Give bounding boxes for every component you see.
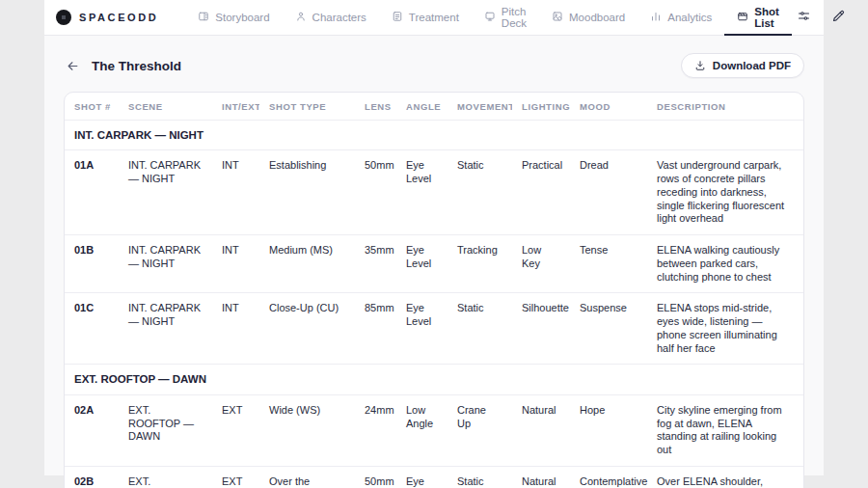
nav-item-label: Characters: [312, 12, 366, 23]
cell-lighting: Practical: [512, 150, 570, 235]
shot-table-body: INT. CARPARK — NIGHT 01A INT. CARPARK — …: [65, 121, 803, 488]
cell-angle: Eye Level: [396, 150, 448, 235]
column-header-mood: Mood: [570, 93, 647, 121]
app-window: SPACEODD Storyboard Characters Treatment…: [44, 0, 824, 475]
cell-scene: INT. CARPARK — NIGHT: [119, 293, 212, 365]
moodboard-icon: [552, 11, 563, 24]
shot-row[interactable]: 01B INT. CARPARK — NIGHT INT Medium (MS)…: [65, 235, 803, 293]
cell-lens: 50mm: [355, 150, 396, 235]
top-nav: Storyboard Characters Treatment Pitch De…: [185, 0, 791, 35]
sliders-icon: [797, 9, 811, 26]
column-header-angle: Angle: [396, 93, 448, 121]
column-header-lighting: Lighting: [512, 93, 570, 121]
column-header-lens: Lens: [355, 93, 396, 121]
cell-shot-type: Close-Up (CU): [259, 293, 355, 365]
nav-item-analytics[interactable]: Analytics: [637, 0, 724, 36]
cell-shot-type: Wide (WS): [259, 394, 355, 466]
edit-button[interactable]: [827, 5, 852, 30]
main-content: The Threshold Download PDF Shot #SceneIn…: [44, 36, 824, 488]
nav-item-pitch-deck[interactable]: Pitch Deck: [472, 0, 539, 36]
cell-lighting: Silhouette: [512, 293, 570, 365]
cell-shot-number: 02A: [65, 394, 119, 466]
pitch-deck-icon: [484, 11, 496, 24]
cell-lens: 24mm: [355, 394, 396, 466]
cell-shot-type: Over the Shoulder (OTS): [259, 466, 355, 488]
scene-section-row: EXT. ROOFTOP — DAWN: [65, 365, 803, 394]
table-header: Shot #SceneInt/ExtShot TypeLensAngleMove…: [65, 93, 803, 121]
cell-scene: INT. CARPARK — NIGHT: [119, 150, 212, 235]
shot-row[interactable]: 02B EXT. ROOFTOP — DAWN EXT Over the Sho…: [65, 466, 803, 488]
cell-lighting: Natural: [512, 466, 570, 488]
nav-item-moodboard[interactable]: Moodboard: [539, 0, 637, 36]
shot-row[interactable]: 02A EXT. ROOFTOP — DAWN EXT Wide (WS) 24…: [65, 394, 803, 466]
nav-item-characters[interactable]: Characters: [283, 0, 379, 36]
cell-description: ELENA walking cautiously between parked …: [647, 235, 803, 293]
cell-description: Over ELENA shoulder, looking down at the…: [647, 466, 803, 488]
nav-item-label: Storyboard: [215, 12, 269, 23]
nav-item-shot-list[interactable]: Shot List: [724, 0, 792, 36]
cell-shot-number: 01B: [65, 235, 119, 293]
cell-int-ext: EXT: [212, 466, 259, 488]
cell-angle: Eye Level: [396, 293, 448, 365]
treatment-icon: [392, 11, 403, 24]
cell-movement: Static: [448, 150, 512, 235]
column-header-shot-: Shot #: [65, 93, 119, 121]
table-header-row: Shot #SceneInt/ExtShot TypeLensAngleMove…: [65, 93, 803, 121]
cell-mood: Suspense: [570, 293, 647, 365]
brand[interactable]: SPACEODD: [56, 0, 174, 35]
cell-shot-number: 02B: [65, 466, 119, 488]
cell-shot-number: 01C: [65, 293, 119, 365]
cell-movement: Static: [448, 293, 512, 365]
cell-lens: 85mm: [355, 293, 396, 365]
nav-item-treatment[interactable]: Treatment: [379, 0, 472, 36]
analytics-icon: [650, 11, 662, 24]
back-button[interactable]: [64, 57, 82, 75]
download-pdf-button[interactable]: Download PDF: [681, 53, 804, 78]
cell-lighting: Natural: [512, 394, 570, 466]
cell-int-ext: INT: [212, 150, 259, 235]
cell-int-ext: EXT: [212, 394, 259, 466]
cell-movement: Static: [448, 466, 512, 488]
cell-scene: INT. CARPARK — NIGHT: [119, 235, 212, 293]
pencil-icon: [831, 9, 846, 26]
cell-mood: Dread: [570, 150, 647, 235]
nav-item-label: Treatment: [409, 12, 459, 23]
shot-list-table: Shot #SceneInt/ExtShot TypeLensAngleMove…: [64, 92, 804, 488]
cell-movement: Crane Up: [448, 394, 512, 466]
column-header-description: Description: [647, 93, 803, 121]
back-arrow-icon: [66, 59, 80, 73]
cell-mood: Contemplative: [570, 466, 647, 488]
column-header-movement: Movement: [448, 93, 512, 121]
nav-item-storyboard[interactable]: Storyboard: [185, 0, 282, 36]
cell-description: Vast underground carpark, rows of concre…: [647, 150, 803, 235]
scene-section-row: INT. CARPARK — NIGHT: [65, 121, 803, 150]
brand-name: SPACEODD: [79, 12, 158, 23]
settings-sliders-button[interactable]: [792, 5, 817, 30]
topbar-actions: [792, 0, 868, 35]
nav-item-label: Pitch Deck: [502, 6, 527, 29]
cell-scene: EXT. ROOFTOP — DAWN: [119, 466, 212, 488]
top-bar: SPACEODD Storyboard Characters Treatment…: [44, 0, 824, 36]
cell-angle: Eye Level: [396, 466, 448, 488]
cell-scene: EXT. ROOFTOP — DAWN: [119, 394, 212, 466]
account-button[interactable]: [861, 5, 868, 30]
cell-shot-type: Establishing: [259, 150, 355, 235]
shot-list-icon: [737, 11, 748, 24]
cell-lighting: Low Key: [512, 235, 570, 293]
cell-shot-type: Medium (MS): [259, 235, 355, 293]
cell-lens: 35mm: [355, 235, 396, 293]
cell-mood: Tense: [570, 235, 647, 293]
cell-description: ELENA stops mid-stride, eyes wide, liste…: [647, 293, 803, 365]
cell-angle: Eye Level: [396, 235, 448, 293]
page-title: The Threshold: [92, 59, 181, 73]
download-pdf-label: Download PDF: [713, 60, 791, 71]
shot-row[interactable]: 01A INT. CARPARK — NIGHT INT Establishin…: [65, 150, 803, 235]
nav-item-label: Analytics: [667, 12, 712, 23]
nav-item-label: Moodboard: [569, 12, 625, 23]
shot-row[interactable]: 01C INT. CARPARK — NIGHT INT Close-Up (C…: [65, 293, 803, 365]
cell-mood: Hope: [570, 394, 647, 466]
column-header-scene: Scene: [119, 93, 212, 121]
column-header-shot-type: Shot Type: [259, 93, 355, 121]
cell-int-ext: INT: [212, 293, 259, 365]
cell-lens: 50mm: [355, 466, 396, 488]
